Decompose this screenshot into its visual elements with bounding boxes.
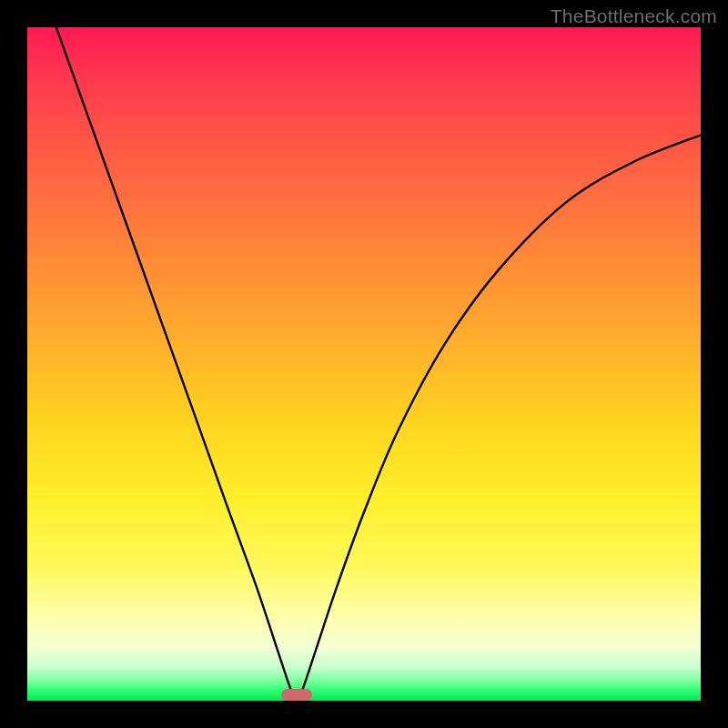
curve-path [56,27,701,701]
outer-frame: TheBottleneck.com [0,0,728,728]
watermark-text: TheBottleneck.com [551,5,717,27]
plot-area [27,27,701,701]
minimum-marker [281,689,311,701]
bottleneck-curve [27,27,701,701]
